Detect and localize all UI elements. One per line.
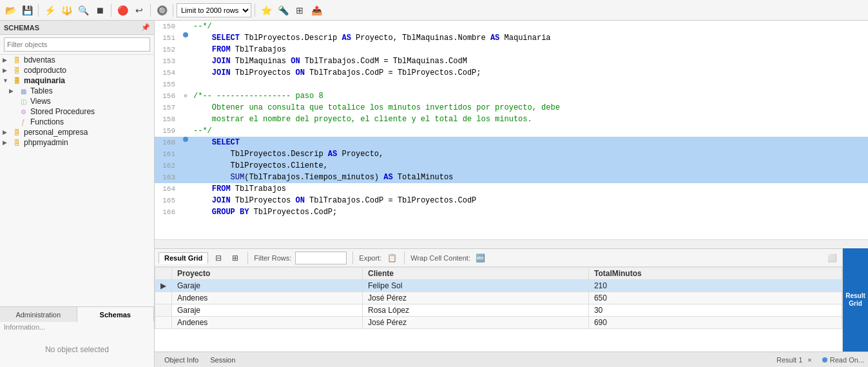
commit-btn[interactable]: 🔴 <box>115 3 130 18</box>
explain-btn[interactable]: 🔍 <box>75 3 91 18</box>
sidebar-tabs: Administration Schemas <box>0 306 154 322</box>
collapse-icon-156[interactable]: ⊖ <box>184 90 187 102</box>
tab-object-info[interactable]: Object Info <box>159 354 204 366</box>
code-line-165: 165 JOIN TblProyectos ON TblTrabajos.Cod… <box>155 195 868 206</box>
result-grid-layout-btn[interactable]: ⊟ <box>212 252 225 264</box>
schema-item-maquinaria[interactable]: ▼ 🗄 maquinaria <box>0 75 154 86</box>
execute-current-btn[interactable]: 🔱 <box>59 3 74 18</box>
expand-arrow-codproducto: ▶ <box>3 67 12 74</box>
toolbar-sep-1 <box>38 4 39 17</box>
line-num-153: 153 <box>155 55 180 67</box>
save-btn[interactable]: 💾 <box>19 3 35 18</box>
cell-proyecto-2: Garaje <box>172 304 363 317</box>
code-line-154: 154 JOIN TblProyectos ON TblTrabajos.Cod… <box>155 67 868 79</box>
sidebar-header: SCHEMAS 📌 <box>0 21 154 35</box>
tab-schemas[interactable]: Schemas <box>77 307 155 322</box>
result-row-0[interactable]: ▶ Garaje Felipe Sol 210 <box>155 280 842 292</box>
line-content-150: --*/ <box>191 21 868 32</box>
editor-hscroll[interactable] <box>155 239 868 248</box>
result-sep-3 <box>404 252 405 264</box>
schemas-title: SCHEMAS <box>4 24 39 32</box>
filter-objects-input[interactable] <box>4 37 150 52</box>
limit-rows-select[interactable]: Limit to 2000 rows No Limit Limit to 10 … <box>177 3 251 17</box>
line-num-161: 161 <box>155 148 180 160</box>
result-row-1[interactable]: Andenes José Pérez 650 <box>155 292 842 304</box>
close-result-btn[interactable]: × <box>807 356 811 364</box>
code-line-156: 156 ⊖ /*-- ---------------- paso 8 <box>155 90 868 102</box>
tables-label: Tables <box>30 86 53 95</box>
code-line-159: 159 --*/ <box>155 125 868 137</box>
export-btn-result[interactable]: 📋 <box>385 252 398 264</box>
tab-administration[interactable]: Administration <box>0 307 77 322</box>
row-marker-2 <box>155 304 172 317</box>
tree-item-functions[interactable]: ƒ Functions <box>0 117 154 127</box>
schema-item-bdventas[interactable]: ▶ 🗄 bdventas <box>0 55 154 65</box>
tab-session[interactable]: Session <box>204 354 241 366</box>
procedures-icon: ⚙ <box>18 107 28 116</box>
result-grid-tab[interactable]: Result Grid <box>159 252 208 264</box>
grid-view-btn[interactable]: ⊞ <box>292 3 307 18</box>
code-line-152: 152 FROM TblTrabajos <box>155 44 868 55</box>
code-line-161: 161 TblProyectos.Descrip AS Proyecto, <box>155 148 868 160</box>
filter-rows-label: Filter Rows: <box>254 254 291 262</box>
line-content-156: /*-- ---------------- paso 8 <box>191 90 868 102</box>
wrap-label: Wrap Cell Content: <box>410 254 470 262</box>
rollback-btn[interactable]: ↩ <box>131 3 147 18</box>
row-arrow-0: ▶ <box>160 281 166 290</box>
result-grid-area[interactable]: Proyecto Cliente TotalMinutos ▶ Garaje F… <box>155 267 842 352</box>
line-num-165: 165 <box>155 195 180 206</box>
schema-item-codproducto[interactable]: ▶ 🗄 codproducto <box>0 65 154 75</box>
export-label: Export: <box>359 254 381 262</box>
export-toolbar-btn[interactable]: 📤 <box>309 3 324 18</box>
line-num-154: 154 <box>155 67 180 79</box>
procedures-label: Stored Procedures <box>30 107 95 116</box>
pin-icon[interactable]: 📌 <box>141 23 150 32</box>
result-row-3[interactable]: Andenes José Pérez 690 <box>155 317 842 329</box>
code-line-162: 162 TblProyectos.Cliente, <box>155 160 868 172</box>
search2-btn[interactable]: 🔦 <box>275 3 291 18</box>
result-side-tab[interactable]: ResultGrid <box>842 248 868 352</box>
line-num-166: 166 <box>155 206 180 218</box>
col-header-proyecto[interactable]: Proyecto <box>172 268 363 280</box>
star-btn[interactable]: ⭐ <box>258 3 274 18</box>
schema-label-bdventas: bdventas <box>24 55 55 64</box>
filter-rows-input[interactable] <box>295 252 347 264</box>
tree-item-views[interactable]: ◫ Views <box>0 96 154 106</box>
main-toolbar: 📂 💾 ⚡ 🔱 🔍 ⏹ 🔴 ↩ 🔘 Limit to 2000 rows No … <box>0 0 868 21</box>
line-marker-156: ⊖ <box>180 90 191 102</box>
db-icon-phpmyadmin: 🗄 <box>12 138 22 147</box>
tree-item-procedures[interactable]: ⚙ Stored Procedures <box>0 106 154 117</box>
code-line-166: 166 GROUP BY TblProyectos.CodP; <box>155 206 868 218</box>
schema-item-personal[interactable]: ▶ 🗄 personal_empresa <box>0 127 154 137</box>
wrap-content-btn[interactable]: 🔤 <box>474 252 487 264</box>
open-folder-btn[interactable]: 📂 <box>3 3 18 18</box>
col-header-totalminutos[interactable]: TotalMinutos <box>588 268 842 280</box>
line-marker-151 <box>180 32 191 37</box>
line-num-162: 162 <box>155 160 180 172</box>
result-side-tab-label: ResultGrid <box>845 292 865 308</box>
result-row-2[interactable]: Garaje Rosa López 30 <box>155 304 842 317</box>
status-dot <box>822 357 827 362</box>
read-only-status: Read On... <box>830 356 864 364</box>
line-content-160: SELECT <box>191 137 868 148</box>
result-maximize-btn[interactable]: ⬜ <box>825 252 838 264</box>
main-area: SCHEMAS 📌 ▶ 🗄 bdventas ▶ 🗄 codproducto ▼ <box>0 21 868 367</box>
execute-btn[interactable]: ⚡ <box>42 3 57 18</box>
line-num-152: 152 <box>155 44 180 55</box>
cell-proyecto-0: Garaje <box>172 280 363 292</box>
code-editor[interactable]: 150 --*/ 151 SELECT TblProyectos.Descrip… <box>155 21 868 239</box>
toolbar-sep-4 <box>173 4 173 17</box>
editor-area: 150 --*/ 151 SELECT TblProyectos.Descrip… <box>155 21 868 367</box>
cell-cliente-0: Felipe Sol <box>363 280 589 292</box>
db-icon-personal: 🗄 <box>12 128 22 137</box>
line-content-161: TblProyectos.Descrip AS Proyecto, <box>191 148 868 160</box>
sidebar-search-area <box>0 35 154 55</box>
result-field-types-btn[interactable]: ⊞ <box>229 252 242 264</box>
toolbar-sep-3 <box>150 4 151 17</box>
schema-item-phpmyadmin[interactable]: ▶ 🗄 phpmyadmin <box>0 137 154 148</box>
toggle-query-btn[interactable]: 🔘 <box>154 3 169 18</box>
col-header-cliente[interactable]: Cliente <box>363 268 589 280</box>
result-tab-label[interactable]: Result 1 <box>776 356 802 364</box>
stop-btn[interactable]: ⏹ <box>92 3 108 18</box>
tree-item-tables[interactable]: ▶ ▦ Tables <box>0 86 154 96</box>
